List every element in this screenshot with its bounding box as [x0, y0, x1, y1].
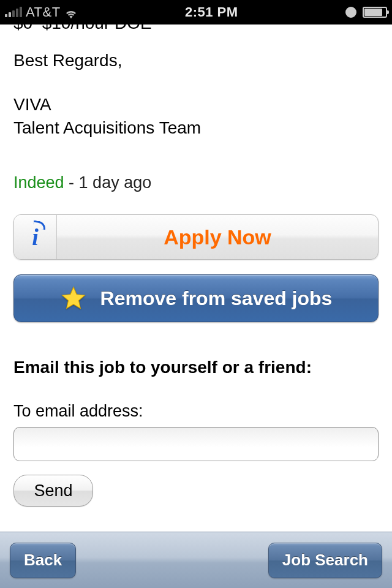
company-name: VIVA	[13, 93, 379, 116]
truncated-prev-line: $0 $10/hour DOE	[13, 24, 379, 33]
carrier-label: AT&T	[26, 4, 61, 20]
status-right	[345, 7, 387, 18]
send-button[interactable]: Send	[13, 475, 93, 507]
apply-now-button[interactable]: i Apply Now	[13, 214, 379, 260]
footer-toolbar: Back Job Search	[0, 532, 392, 588]
status-left: AT&T	[5, 4, 78, 20]
source-name: Indeed	[13, 173, 64, 192]
team-name: Talent Acquisitions Team	[13, 116, 379, 140]
apply-now-label: Apply Now	[57, 225, 378, 249]
battery-icon	[363, 7, 387, 18]
wifi-icon	[64, 7, 78, 17]
source-age: 1 day ago	[79, 173, 152, 192]
signal-strength-icon	[5, 7, 22, 17]
email-field[interactable]	[13, 427, 379, 461]
email-section-heading: Email this job to yourself or a friend:	[13, 358, 379, 377]
status-time: 2:51 PM	[78, 4, 345, 20]
job-search-button[interactable]: Job Search	[268, 543, 382, 578]
alarm-icon	[345, 7, 356, 18]
email-field-label: To email address:	[13, 402, 379, 421]
star-icon	[60, 285, 87, 312]
back-button[interactable]: Back	[10, 543, 76, 578]
closing-line: Best Regards,	[13, 49, 379, 72]
signature-block: VIVA Talent Acquisitions Team	[13, 93, 379, 140]
remove-from-saved-button[interactable]: Remove from saved jobs	[13, 274, 379, 322]
status-bar: AT&T 2:51 PM	[0, 0, 392, 24]
source-separator: -	[64, 173, 79, 192]
job-source-line: Indeed - 1 day ago	[13, 173, 379, 192]
remove-label: Remove from saved jobs	[100, 287, 333, 310]
job-detail-content: $0 $10/hour DOE Best Regards, VIVA Talen…	[0, 24, 392, 532]
info-icon[interactable]: i	[14, 215, 57, 259]
